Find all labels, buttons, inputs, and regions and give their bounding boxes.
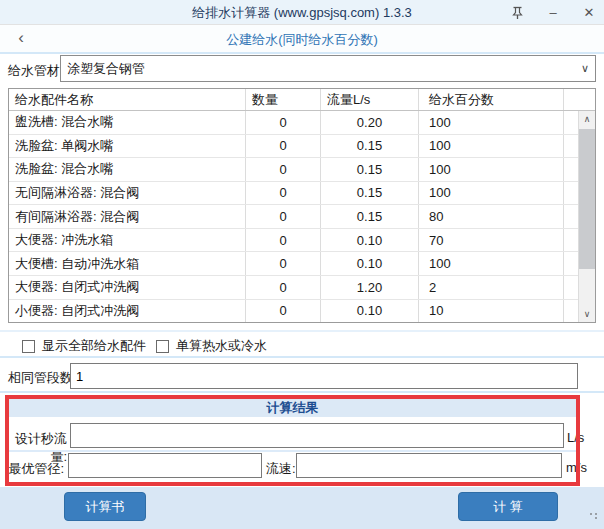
cell-percentage: 100	[419, 158, 564, 181]
cell-fixture-name: 盥洗槽: 混合水嘴	[9, 111, 246, 134]
cell-flow: 0.15	[321, 158, 419, 181]
scroll-up-icon[interactable]: ∧	[579, 111, 595, 127]
cell-quantity[interactable]: 0	[246, 229, 321, 252]
chevron-down-icon[interactable]: ∨	[575, 56, 595, 81]
cell-fixture-name: 洗脸盆: 混合水嘴	[9, 158, 246, 181]
cell-flow: 0.15	[321, 182, 419, 205]
table-body: 盥洗槽: 混合水嘴 0 0.20 100 洗脸盆: 单阀水嘴 0 0.15 10…	[9, 111, 578, 322]
titlebar-icons: – ✕	[506, 0, 600, 25]
scrollbar-thumb[interactable]	[579, 129, 595, 269]
design-flow-unit: L/s	[567, 430, 584, 445]
cell-quantity[interactable]: 0	[246, 111, 321, 134]
velocity-input[interactable]	[296, 453, 562, 478]
cell-quantity[interactable]: 0	[246, 158, 321, 181]
checkbox-icon[interactable]	[156, 340, 169, 353]
table-row[interactable]: 大便器: 冲洗水箱 0 0.10 70	[9, 229, 578, 253]
table-row[interactable]: 洗脸盆: 单阀水嘴 0 0.15 100	[9, 135, 578, 159]
table-header-row: 给水配件名称 数量 流量L/s 给水百分数	[9, 89, 595, 111]
pin-icon[interactable]	[506, 3, 528, 23]
cell-percentage: 100	[419, 182, 564, 205]
resize-grip-icon[interactable]	[589, 512, 599, 520]
cell-flow: 0.20	[321, 111, 419, 134]
cell-filler	[564, 182, 578, 205]
bottom-bar: 计算书 计 算	[0, 487, 604, 529]
table-row[interactable]: 盥洗槽: 混合水嘴 0 0.20 100	[9, 111, 578, 135]
segments-input[interactable]	[70, 363, 578, 389]
cell-flow: 0.15	[321, 205, 419, 228]
design-flow-input[interactable]	[70, 423, 564, 448]
cell-quantity[interactable]: 0	[246, 300, 321, 323]
fixtures-table: 给水配件名称 数量 流量L/s 给水百分数 盥洗槽: 混合水嘴 0 0.20 1…	[8, 88, 596, 323]
separator	[9, 450, 576, 452]
header-fixture-name: 给水配件名称	[9, 89, 246, 110]
cell-fixture-name: 大便槽: 自动冲洗水箱	[9, 252, 246, 275]
scroll-down-icon[interactable]: ∨	[579, 306, 595, 322]
pipe-material-select[interactable]: 涂塑复合钢管 ∨	[60, 55, 596, 82]
titlebar: 给排水计算器 (www.gpsjsq.com) 1.3.3 – ✕	[0, 0, 604, 25]
cell-flow: 0.10	[321, 252, 419, 275]
header-flow: 流量L/s	[321, 89, 419, 110]
checkbox-label: 单算热水或冷水	[176, 337, 267, 355]
header-percentage: 给水百分数	[419, 89, 564, 110]
minimize-icon[interactable]: –	[542, 3, 564, 23]
cell-percentage: 100	[419, 135, 564, 158]
cell-percentage: 80	[419, 205, 564, 228]
cell-fixture-name: 无间隔淋浴器: 混合阀	[9, 182, 246, 205]
cell-fixture-name: 有间隔淋浴器: 混合阀	[9, 205, 246, 228]
table-row[interactable]: 大便器: 自闭式冲洗阀 0 1.20 2	[9, 276, 578, 300]
cell-percentage: 2	[419, 276, 564, 299]
cell-fixture-name: 小便器: 自闭式冲洗阀	[9, 300, 246, 323]
cell-filler	[564, 229, 578, 252]
table-scrollbar[interactable]: ∧ ∨	[578, 111, 595, 322]
header-quantity: 数量	[246, 89, 321, 110]
separator	[0, 356, 604, 358]
checkbox-show-all-fixtures[interactable]: 显示全部给水配件	[22, 337, 146, 355]
close-icon[interactable]: ✕	[578, 3, 600, 23]
cell-filler	[564, 276, 578, 299]
table-row[interactable]: 洗脸盆: 混合水嘴 0 0.15 100	[9, 158, 578, 182]
checkbox-label: 显示全部给水配件	[42, 337, 146, 355]
cell-percentage: 70	[419, 229, 564, 252]
cell-quantity[interactable]: 0	[246, 135, 321, 158]
velocity-label: 流速:	[266, 460, 296, 478]
table-row[interactable]: 小便器: 自闭式冲洗阀 0 0.10 10	[9, 300, 578, 323]
velocity-unit: m/s	[566, 460, 587, 475]
cell-percentage: 100	[419, 111, 564, 134]
table-row[interactable]: 无间隔淋浴器: 混合阀 0 0.15 100	[9, 182, 578, 206]
pipe-material-value: 涂塑复合钢管	[61, 60, 575, 78]
cell-fixture-name: 大便器: 自闭式冲洗阀	[9, 276, 246, 299]
cell-quantity[interactable]: 0	[246, 252, 321, 275]
cell-flow: 0.15	[321, 135, 419, 158]
cell-flow: 1.20	[321, 276, 419, 299]
cell-fixture-name: 洗脸盆: 单阀水嘴	[9, 135, 246, 158]
cell-quantity[interactable]: 0	[246, 182, 321, 205]
separator	[0, 391, 604, 393]
separator	[0, 330, 604, 332]
page-title: 公建给水(同时给水百分数)	[0, 31, 604, 49]
cell-filler	[564, 158, 578, 181]
cell-filler	[564, 135, 578, 158]
app-window: 给排水计算器 (www.gpsjsq.com) 1.3.3 – ✕ ‹ 公建给水…	[0, 0, 604, 529]
cell-quantity[interactable]: 0	[246, 276, 321, 299]
optimal-diameter-input[interactable]	[68, 453, 262, 478]
results-title: 计算结果	[9, 399, 576, 417]
cell-percentage: 10	[419, 300, 564, 323]
checkbox-icon[interactable]	[22, 340, 35, 353]
cell-filler	[564, 300, 578, 323]
table-row[interactable]: 有间隔淋浴器: 混合阀 0 0.15 80	[9, 205, 578, 229]
optimal-diameter-label: 最优管径:	[7, 460, 64, 478]
table-row[interactable]: 大便槽: 自动冲洗水箱 0 0.10 100	[9, 252, 578, 276]
cell-flow: 0.10	[321, 300, 419, 323]
cell-filler	[564, 205, 578, 228]
cell-quantity[interactable]: 0	[246, 205, 321, 228]
cell-filler	[564, 111, 578, 134]
navbar: ‹ 公建给水(同时给水百分数)	[0, 25, 604, 52]
calculate-button[interactable]: 计 算	[458, 492, 558, 521]
cell-percentage: 100	[419, 252, 564, 275]
cell-filler	[564, 252, 578, 275]
calculation-report-button[interactable]: 计算书	[64, 492, 146, 521]
cell-flow: 0.10	[321, 229, 419, 252]
separator	[0, 52, 604, 54]
checkbox-hot-or-cold-only[interactable]: 单算热水或冷水	[156, 337, 267, 355]
cell-fixture-name: 大便器: 冲洗水箱	[9, 229, 246, 252]
